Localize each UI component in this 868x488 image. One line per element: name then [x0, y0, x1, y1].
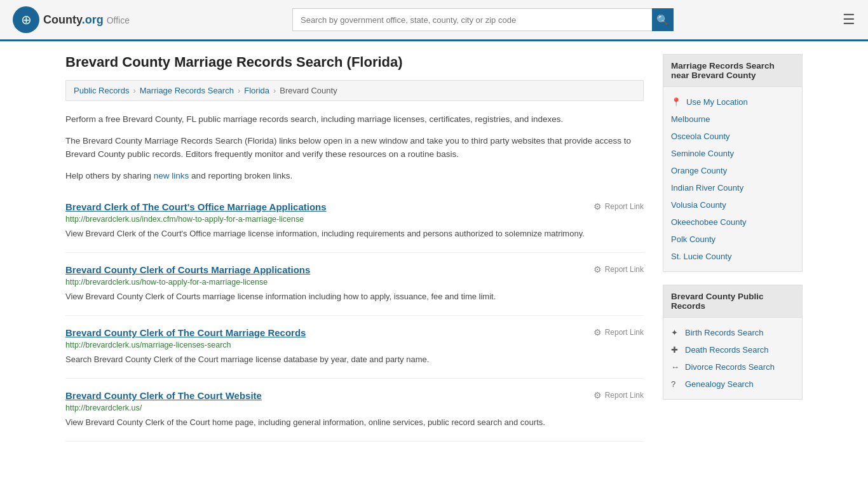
nearby-link-8[interactable]: St. Lucie County — [671, 252, 731, 261]
result-desc-2: Search Brevard County Clerk of the Court… — [65, 353, 644, 367]
result-desc-0: View Brevard Clerk of the Court's Office… — [65, 227, 644, 241]
nearby-link-7[interactable]: Polk County — [671, 234, 715, 244]
result-item: Brevard Clerk of The Court's Office Marr… — [65, 190, 644, 253]
sidebar: Marriage Records Search near Brevard Cou… — [663, 54, 803, 442]
main-content: Brevard County Marriage Records Search (… — [65, 54, 644, 442]
intro3-prefix: Help others by sharing — [65, 171, 154, 180]
result-title-2[interactable]: Brevard County Clerk of The Court Marria… — [65, 327, 306, 338]
nearby-link-item: Polk County — [663, 231, 802, 248]
public-record-link-2[interactable]: Divorce Records Search — [685, 362, 775, 372]
logo-text: County.org Office — [43, 13, 130, 27]
breadcrumb-sep-3: › — [273, 86, 276, 95]
nearby-link-1[interactable]: Osceola County — [671, 132, 730, 141]
public-record-icon-2: ↔ — [671, 362, 680, 372]
use-my-location-link[interactable]: Use My Location — [686, 97, 748, 107]
public-record-link-1[interactable]: Death Records Search — [685, 345, 769, 355]
nearby-link-item: Orange County — [663, 162, 802, 179]
intro3-suffix: and reporting broken links. — [189, 171, 292, 180]
nearby-link-item: Melbourne — [663, 111, 802, 128]
result-header: Brevard Clerk of The Court's Office Marr… — [65, 201, 644, 212]
nearby-link-4[interactable]: Indian River County — [671, 183, 743, 193]
menu-button[interactable]: ☰ — [843, 11, 855, 28]
result-url-0: http://brevardclerk.us/index.cfm/how-to-… — [65, 215, 644, 224]
report-label-1: Report Link — [605, 265, 644, 274]
report-label-3: Report Link — [605, 391, 644, 400]
search-area: 🔍 — [292, 8, 674, 31]
breadcrumb-marriage-records[interactable]: Marriage Records Search — [140, 86, 234, 95]
public-record-link-0[interactable]: Birth Records Search — [685, 328, 764, 337]
public-record-item: ✦ Birth Records Search — [663, 324, 802, 341]
public-record-link-3[interactable]: Genealogy Search — [685, 379, 754, 389]
result-header: Brevard County Clerk of The Court Websit… — [65, 390, 644, 401]
result-title-3[interactable]: Brevard County Clerk of The Court Websit… — [65, 390, 262, 401]
public-record-icon-0: ✦ — [671, 328, 680, 337]
result-item: Brevard County Clerk of The Court Marria… — [65, 316, 644, 379]
result-header: Brevard County Clerk of Courts Marriage … — [65, 264, 644, 275]
search-button[interactable]: 🔍 — [652, 8, 674, 31]
intro-text-1: Perform a free Brevard County, FL public… — [65, 112, 644, 126]
nearby-link-3[interactable]: Orange County — [671, 166, 727, 175]
result-url-2: http://brevardclerk.us/marriage-licenses… — [65, 341, 644, 349]
nearby-link-item: Seminole County — [663, 145, 802, 162]
public-record-item: ✚ Death Records Search — [663, 341, 802, 358]
logo-area: ⊕ County.org Office — [13, 6, 130, 33]
logo-suffix: .org — [82, 13, 104, 26]
nearby-title: Marriage Records Search near Brevard Cou… — [663, 55, 802, 87]
report-icon-0: ⚙ — [593, 201, 602, 212]
location-icon: 📍 — [671, 97, 681, 107]
breadcrumb-florida[interactable]: Florida — [244, 86, 269, 95]
nearby-link-5[interactable]: Volusia County — [671, 200, 726, 210]
result-item: Brevard County Clerk of Courts Marriage … — [65, 253, 644, 316]
nearby-link-item: St. Lucie County — [663, 248, 802, 265]
public-record-icon-3: ? — [671, 379, 680, 389]
breadcrumb-sep-1: › — [133, 86, 135, 95]
public-record-icon-1: ✚ — [671, 345, 680, 355]
nearby-link-item: Volusia County — [663, 196, 802, 214]
breadcrumb-sep-2: › — [238, 86, 240, 95]
report-label-2: Report Link — [605, 328, 644, 337]
intro-text-3: Help others by sharing new links and rep… — [65, 169, 644, 183]
result-url-1: http://brevardclerk.us/how-to-apply-for-… — [65, 278, 644, 287]
report-link-0[interactable]: ⚙ Report Link — [593, 201, 644, 212]
public-record-item: ↔ Divorce Records Search — [663, 358, 802, 376]
nearby-link-item: Indian River County — [663, 179, 802, 196]
site-header: ⊕ County.org Office 🔍 ☰ — [0, 0, 868, 41]
nearby-link-item: Okeechobee County — [663, 214, 802, 231]
search-input[interactable] — [292, 8, 652, 31]
public-records-list: ✦ Birth Records Search ✚ Death Records S… — [663, 324, 802, 393]
result-title-1[interactable]: Brevard County Clerk of Courts Marriage … — [65, 264, 310, 275]
nearby-links-list: MelbourneOsceola CountySeminole CountyOr… — [663, 111, 802, 265]
report-label-0: Report Link — [605, 202, 644, 211]
report-link-3[interactable]: ⚙ Report Link — [593, 390, 644, 400]
nearby-section: Marriage Records Search near Brevard Cou… — [663, 54, 803, 272]
report-link-1[interactable]: ⚙ Report Link — [593, 264, 644, 274]
report-link-2[interactable]: ⚙ Report Link — [593, 327, 644, 337]
breadcrumb-public-records[interactable]: Public Records — [74, 86, 129, 95]
public-records-section: Brevard County Public Records ✦ Birth Re… — [663, 285, 803, 400]
nearby-link-6[interactable]: Okeechobee County — [671, 217, 747, 227]
intro-text-2: The Brevard County Marriage Records Sear… — [65, 134, 644, 161]
result-desc-1: View Brevard County Clerk of Courts marr… — [65, 290, 644, 304]
report-icon-3: ⚙ — [593, 390, 602, 400]
nearby-link-item: Osceola County — [663, 128, 802, 145]
public-records-links: ✦ Birth Records Search ✚ Death Records S… — [663, 318, 802, 399]
logo-icon: ⊕ — [13, 6, 39, 33]
result-header: Brevard County Clerk of The Court Marria… — [65, 327, 644, 338]
public-record-item: ? Genealogy Search — [663, 376, 802, 393]
nearby-link-0[interactable]: Melbourne — [671, 114, 710, 124]
report-icon-1: ⚙ — [593, 264, 602, 274]
breadcrumb: Public Records › Marriage Records Search… — [65, 80, 644, 101]
breadcrumb-current: Brevard County — [280, 86, 337, 95]
new-links-link[interactable]: new links — [154, 171, 189, 180]
public-records-title: Brevard County Public Records — [663, 285, 802, 318]
report-icon-2: ⚙ — [593, 327, 602, 337]
result-title-0[interactable]: Brevard Clerk of The Court's Office Marr… — [65, 201, 327, 212]
page-container: Brevard County Marriage Records Search (… — [53, 41, 815, 454]
nearby-links: 📍 Use My Location MelbourneOsceola Count… — [663, 87, 802, 271]
use-my-location-item: 📍 Use My Location — [663, 93, 802, 111]
results-list: Brevard Clerk of The Court's Office Marr… — [65, 190, 644, 441]
nearby-link-2[interactable]: Seminole County — [671, 149, 734, 158]
result-desc-3: View Brevard County Clerk of the Court h… — [65, 416, 644, 430]
page-title: Brevard County Marriage Records Search (… — [65, 54, 644, 71]
result-item: Brevard County Clerk of The Court Websit… — [65, 379, 644, 442]
